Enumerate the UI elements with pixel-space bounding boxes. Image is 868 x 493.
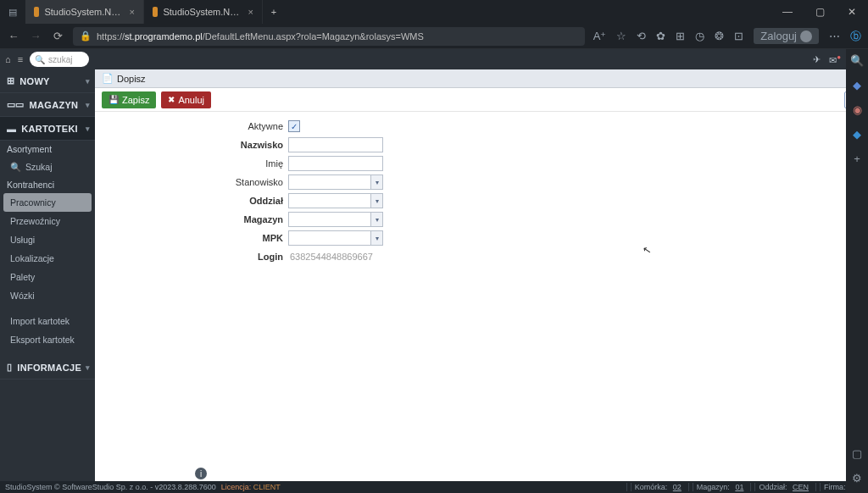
sidebar-section-informacje[interactable]: ▯ INFORMACJE ▾ xyxy=(0,356,95,379)
form: Aktywne ✓ Nazwisko Imię Stanowisko ▾ Odd… xyxy=(95,112,868,266)
status-left: StudioSystem © SoftwareStudio Sp. z o.o.… xyxy=(5,483,216,491)
shop-icon[interactable]: ◆ xyxy=(853,79,861,91)
browser-tab-2[interactable]: StudioSystem.NET (c) SoftwareS… × xyxy=(144,0,263,24)
send-icon[interactable]: ✈ xyxy=(813,54,821,65)
close-window-icon[interactable]: ✕ xyxy=(836,6,868,18)
chevron-down-icon: ▾ xyxy=(86,77,90,86)
item-label: Szukaj xyxy=(25,162,53,172)
browser-tab-1[interactable]: StudioSystem.NET (c) SoftwareS… × xyxy=(25,0,144,24)
content-title: Dopisz xyxy=(117,74,146,84)
panel-icon[interactable]: ▢ xyxy=(852,447,862,460)
input-nazwisko[interactable] xyxy=(288,137,383,152)
plus-grid-icon: ⊞ xyxy=(7,75,14,86)
sidebar-item-pracownicy[interactable]: Pracownicy xyxy=(3,193,92,212)
section-label: KARTOTEKI xyxy=(21,124,78,134)
close-icon[interactable]: × xyxy=(130,7,135,17)
value-login: 6382544848869667 xyxy=(288,252,373,262)
sidebar-item-wozki[interactable]: Wózki xyxy=(0,286,95,305)
collections-icon[interactable]: ⊞ xyxy=(676,30,685,42)
sidebar-section-magazyn[interactable]: ▭▭ MAGAZYN ▾ xyxy=(0,93,95,117)
login-button[interactable]: Zaloguj xyxy=(754,28,819,44)
sidebar-item-uslugi[interactable]: Usługi xyxy=(0,230,95,249)
favorite-icon[interactable]: ☆ xyxy=(616,30,626,42)
sidebar-item-kontrahenci[interactable]: Kontrahenci xyxy=(0,176,95,193)
info-icon[interactable]: i xyxy=(195,468,207,479)
cancel-label: Anuluj xyxy=(178,95,204,105)
back-icon[interactable]: ← xyxy=(7,30,20,42)
plus-icon[interactable]: + xyxy=(854,152,860,165)
games-icon[interactable]: ◆ xyxy=(853,128,861,141)
label-imie: Imię xyxy=(95,158,288,169)
app-topbar: ⌂ ≡ 🔍 szukaj ✈ ✉● xyxy=(0,49,868,69)
document-icon: ▯ xyxy=(7,362,12,373)
content-header: 📄 Dopisz ✕ xyxy=(95,69,868,88)
select-stanowisko[interactable]: ▾ xyxy=(288,174,383,190)
save-button[interactable]: 💾 Zapisz xyxy=(102,91,156,108)
status-bar: StudioSystem © SoftwareStudio Sp. z o.o.… xyxy=(0,481,868,493)
refresh-icon[interactable]: ⟳ xyxy=(51,30,64,42)
chevron-down-icon: ▾ xyxy=(370,231,382,245)
more-icon[interactable]: ⋯ xyxy=(829,30,840,42)
status-oddzial: Oddział: CEN xyxy=(750,483,812,491)
folder-icon: ▬ xyxy=(7,124,16,134)
cancel-button[interactable]: ✖ Anuluj xyxy=(161,91,211,108)
favicon-icon xyxy=(34,7,39,17)
sidebar-item-asortyment[interactable]: Asortyment xyxy=(0,141,95,158)
mail-icon[interactable]: ✉● xyxy=(829,53,841,66)
sidebar-item-palety[interactable]: Palety xyxy=(0,268,95,286)
search-input[interactable]: 🔍 szukaj xyxy=(30,52,89,67)
select-magazyn[interactable]: ▾ xyxy=(288,212,383,227)
minimize-icon[interactable]: ― xyxy=(771,6,804,18)
checkbox-aktywne[interactable]: ✓ xyxy=(288,120,300,132)
sidebar-item-import[interactable]: Import kartotek xyxy=(0,312,95,330)
select-oddzial[interactable]: ▾ xyxy=(288,193,383,208)
extensions-icon[interactable]: ❂ xyxy=(715,30,724,42)
favicon-icon xyxy=(153,7,158,17)
read-aloud-icon[interactable]: A⁺ xyxy=(593,30,607,42)
settings-icon[interactable]: ⚙ xyxy=(852,472,862,485)
sidebar-section-kartoteki[interactable]: ▬ KARTOTEKI ▾ xyxy=(0,117,95,141)
label-stanowisko: Stanowisko xyxy=(95,177,288,187)
lock-icon: 🔒 xyxy=(80,30,92,42)
sidebar-item-przewoznicy[interactable]: Przewoźnicy xyxy=(0,212,95,230)
label-mpk: MPK xyxy=(95,233,288,243)
chevron-down-icon: ▾ xyxy=(370,194,382,208)
sidebar-item-szukaj[interactable]: 🔍 Szukaj xyxy=(0,158,95,176)
clip-icon[interactable]: ✿ xyxy=(656,30,665,42)
sync-icon[interactable]: ⟲ xyxy=(637,30,646,42)
status-licence: Licencja: CLIENT xyxy=(221,483,281,491)
chevron-down-icon: ▾ xyxy=(370,213,382,226)
label-oddzial: Oddział xyxy=(95,196,288,206)
login-label: Zaloguj xyxy=(760,30,797,42)
sidebar-section-nowy[interactable]: ⊞ NOWY ▾ xyxy=(0,69,95,93)
search-icon[interactable]: 🔍 xyxy=(850,54,864,67)
new-tab-button[interactable]: + xyxy=(263,7,285,17)
bing-icon[interactable]: ⓑ xyxy=(850,29,861,44)
maximize-icon[interactable]: ▢ xyxy=(804,6,836,18)
cancel-icon: ✖ xyxy=(168,95,175,104)
select-mpk[interactable]: ▾ xyxy=(288,230,383,246)
chevron-down-icon: ▾ xyxy=(370,175,382,189)
edge-sidebar: 🔍 ◆ ◉ ◆ + ▢ ⚙ xyxy=(846,49,868,493)
forward-icon: → xyxy=(29,30,42,42)
home-icon[interactable]: ⌂ xyxy=(5,54,11,64)
downloads-icon[interactable]: ⊡ xyxy=(734,30,743,42)
label-login: Login xyxy=(95,252,288,262)
licence-link[interactable]: CLIENT xyxy=(253,483,281,491)
status-magazyn: Magazyn: 01 xyxy=(688,483,748,491)
close-icon[interactable]: × xyxy=(248,7,253,17)
history-icon[interactable]: ◷ xyxy=(695,30,704,42)
chevron-down-icon: ▾ xyxy=(86,101,90,109)
section-label: INFORMACJE xyxy=(17,363,81,373)
input-imie[interactable] xyxy=(288,156,383,171)
sidebar-item-eksport[interactable]: Eksport kartotek xyxy=(0,330,95,349)
form-icon: 📄 xyxy=(102,73,114,84)
chevron-down-icon: ▾ xyxy=(86,125,90,133)
app-menu-icon[interactable]: ▤ xyxy=(0,7,25,18)
toolbar: 💾 Zapisz ✖ Anuluj + xyxy=(95,88,868,112)
address-field[interactable]: 🔒 https://st.programdemo.pl/DefaultLeftM… xyxy=(73,27,585,46)
hamburger-icon[interactable]: ≡ xyxy=(18,54,23,64)
avatar-icon xyxy=(800,30,812,42)
sidebar-item-lokalizacje[interactable]: Lokalizacje xyxy=(0,249,95,268)
toolbox-icon[interactable]: ◉ xyxy=(853,103,862,116)
